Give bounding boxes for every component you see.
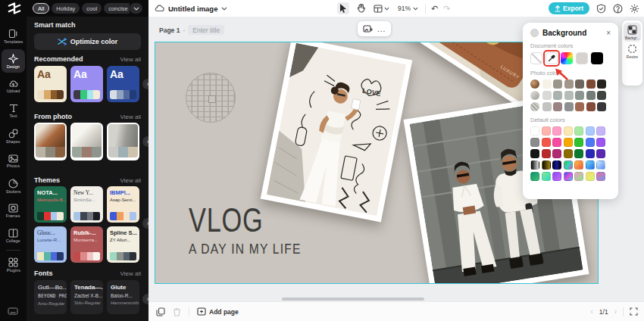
sidebar-item-shapes[interactable]: Shapes <box>2 124 25 148</box>
color-swatch[interactable] <box>57 212 64 220</box>
color-swatch[interactable] <box>51 252 58 260</box>
palette-card[interactable]: Aa <box>70 66 103 102</box>
replace-image-icon[interactable] <box>363 25 373 33</box>
filter-chip-concise[interactable]: concise <box>104 3 130 14</box>
rainbow-color-picker-swatch[interactable] <box>561 52 573 64</box>
undo-button[interactable]: ↶ <box>431 5 438 13</box>
color-swatch[interactable] <box>542 79 552 89</box>
color-swatch[interactable] <box>596 149 605 158</box>
color-swatch[interactable] <box>57 90 64 99</box>
photo-palette-card[interactable] <box>107 123 139 160</box>
color-swatch[interactable] <box>552 126 561 136</box>
vlog-text-block[interactable]: VLOG A DAY IN MY LIFE <box>189 203 326 257</box>
color-swatch[interactable] <box>574 138 583 147</box>
color-swatch[interactable] <box>110 252 117 260</box>
color-swatch[interactable] <box>574 149 583 158</box>
color-swatch[interactable] <box>57 252 64 260</box>
zoom-level-button[interactable]: 91% <box>396 2 420 14</box>
color-swatch[interactable] <box>553 91 562 100</box>
color-swatch[interactable] <box>564 138 573 147</box>
cloud-save-icon[interactable] <box>155 5 164 12</box>
fonts-view-all[interactable]: View all <box>120 270 141 277</box>
color-swatch[interactable] <box>586 79 596 89</box>
color-swatch[interactable] <box>72 147 82 157</box>
color-swatch[interactable] <box>87 252 94 260</box>
sidebar-item-frames[interactable]: Frames <box>2 199 25 223</box>
theme-card[interactable]: Glooc... Lucette-R... <box>34 226 67 263</box>
color-swatch[interactable] <box>574 172 583 181</box>
color-swatch[interactable] <box>110 212 117 220</box>
delete-page-icon[interactable] <box>173 307 181 316</box>
select-tool-button[interactable] <box>337 2 349 14</box>
color-swatch[interactable] <box>123 212 130 220</box>
color-swatch[interactable] <box>117 90 123 99</box>
current-color-swatch[interactable] <box>530 29 539 37</box>
color-swatch[interactable] <box>597 91 606 100</box>
sidebar-item-plugins[interactable]: Plugins <box>2 253 25 276</box>
duplicate-page-icon[interactable] <box>156 307 165 316</box>
scroll-right-button[interactable]: › <box>142 136 148 147</box>
theme-card[interactable]: New Y... SinkinSa... <box>70 186 103 223</box>
previous-page-button[interactable]: ‹ <box>590 308 592 316</box>
background-tool-button[interactable]: Backgr... <box>624 23 641 42</box>
color-swatch[interactable] <box>530 126 539 136</box>
color-swatch[interactable] <box>93 252 100 260</box>
color-swatch[interactable] <box>73 252 80 260</box>
settings-gear-icon[interactable] <box>630 4 639 14</box>
color-swatch[interactable] <box>80 212 87 220</box>
color-swatch[interactable] <box>51 212 58 220</box>
close-icon[interactable]: × <box>606 29 611 37</box>
filter-chip-cool[interactable]: cool <box>82 3 102 14</box>
color-swatch[interactable] <box>36 147 45 157</box>
color-swatch[interactable] <box>542 126 551 136</box>
color-swatch[interactable] <box>574 160 583 170</box>
capcut-logo-icon[interactable] <box>7 2 22 14</box>
fullscreen-icon[interactable] <box>630 307 638 316</box>
shortcuts-keyboard-icon[interactable] <box>8 307 18 315</box>
themes-view-all[interactable]: View all <box>120 177 141 184</box>
color-swatch[interactable] <box>564 126 573 136</box>
color-swatch[interactable] <box>37 212 44 220</box>
color-swatch[interactable] <box>575 91 584 100</box>
theme-card[interactable]: IBMPl... Asap-Semi... <box>107 186 139 223</box>
color-swatch[interactable] <box>564 149 573 158</box>
scroll-right-button[interactable]: › <box>142 294 148 304</box>
font-card[interactable]: Tenada—... Zacbel X-B... Stilu-Regular <box>70 280 103 314</box>
palette-card[interactable]: Aa <box>34 66 67 102</box>
color-swatch[interactable] <box>82 147 92 157</box>
color-swatch[interactable] <box>586 149 595 158</box>
next-page-button[interactable]: › <box>614 308 617 316</box>
filter-chip-all[interactable]: All <box>33 3 49 14</box>
color-swatch[interactable] <box>117 252 123 260</box>
grid-sphere-element[interactable] <box>186 73 236 123</box>
color-swatch[interactable] <box>128 147 138 157</box>
color-swatch[interactable] <box>542 149 551 158</box>
color-swatch[interactable] <box>51 90 58 99</box>
color-swatch[interactable] <box>552 138 561 147</box>
color-swatch[interactable] <box>586 138 595 147</box>
color-swatch[interactable] <box>591 52 603 64</box>
sidebar-item-stickers[interactable]: Stickers <box>2 174 25 198</box>
from-photo-view-all[interactable]: View all <box>120 114 141 120</box>
sidebar-item-photos[interactable]: Photos <box>2 149 25 173</box>
color-swatch[interactable] <box>530 160 539 170</box>
color-swatch[interactable] <box>37 252 44 260</box>
color-swatch[interactable] <box>530 138 539 147</box>
sidebar-item-upload[interactable]: Upload <box>2 74 25 98</box>
theme-card[interactable]: NOTA... Metropolis-B... <box>34 186 67 223</box>
recommended-view-all[interactable]: View all <box>120 56 141 63</box>
color-swatch[interactable] <box>596 126 605 136</box>
transparent-swatch[interactable] <box>530 52 542 64</box>
photo-palette-card[interactable] <box>70 123 103 160</box>
color-swatch[interactable] <box>586 126 595 136</box>
color-swatch[interactable] <box>542 102 552 111</box>
color-swatch[interactable] <box>44 90 51 99</box>
color-swatch[interactable] <box>542 172 551 181</box>
resize-tool-button[interactable]: Resize <box>624 42 641 61</box>
help-icon[interactable] <box>613 4 623 14</box>
scroll-right-button[interactable]: › <box>142 79 148 89</box>
filter-chip-holiday[interactable]: Holiday <box>52 3 80 14</box>
color-swatch[interactable] <box>586 91 596 100</box>
optimize-color-button[interactable]: Optimize color <box>34 33 141 50</box>
color-swatch[interactable] <box>44 212 51 220</box>
